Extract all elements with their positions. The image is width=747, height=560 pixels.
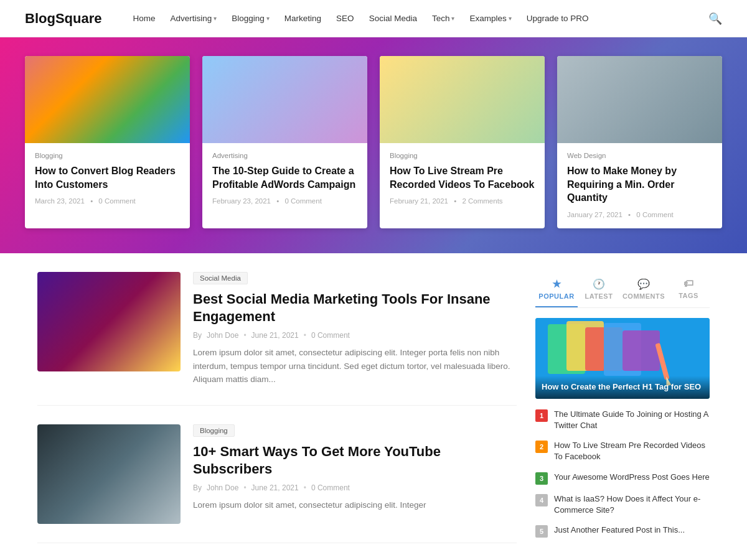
featured-card-title-1: The 10-Step Guide to Create a Profitable… — [212, 164, 357, 191]
tab-latest[interactable]: 🕐 LATEST — [578, 272, 620, 307]
sidebar-featured-image[interactable]: How to Create the Perfect H1 Tag for SEO — [535, 318, 710, 399]
nav-examples[interactable]: Examples ▾ — [463, 10, 517, 27]
featured-card-comments-0: 0 Comment — [98, 197, 135, 205]
tab-latest-label: LATEST — [585, 292, 613, 300]
popular-title-1[interactable]: The Ultimate Guide To Joining or Hosting… — [554, 409, 710, 431]
bullet-icon: • — [304, 483, 306, 492]
tag-icon: 🏷 — [684, 278, 694, 289]
article-title-0[interactable]: Best Social Media Marketing Tools For In… — [193, 291, 517, 326]
featured-card-0[interactable]: Blogging How to Convert Blog Readers Int… — [25, 56, 190, 228]
featured-card-meta-3: January 27, 2021 • 0 Comment — [567, 211, 712, 218]
article-image-0 — [37, 272, 181, 371]
nav-tech[interactable]: Tech ▾ — [426, 10, 461, 27]
featured-card-category-1: Advertising — [212, 152, 357, 159]
sidebar: ★ POPULAR 🕐 LATEST 💬 COMMENTS 🏷 TAGS — [535, 272, 710, 560]
featured-card-category-2: Blogging — [390, 152, 535, 159]
featured-card-date-0: March 23, 2021 — [35, 197, 85, 205]
featured-card-meta-1: February 23, 2021 • 0 Comment — [212, 197, 357, 205]
featured-card-date-1: February 23, 2021 — [212, 197, 271, 205]
chevron-down-icon: ▾ — [266, 15, 270, 22]
popular-item-3: 3 Your Awesome WordPress Post Goes Here — [535, 472, 710, 485]
bullet-icon: • — [628, 211, 631, 218]
nav-links: Home Advertising ▾ Blogging ▾ Marketing … — [126, 10, 708, 27]
popular-title-4[interactable]: What is IaaS? How Does it Affect Your e-… — [554, 493, 710, 516]
featured-card-date-3: January 27, 2021 — [567, 211, 622, 218]
popular-rank-2: 2 — [535, 441, 548, 453]
tab-tags[interactable]: 🏷 TAGS — [667, 272, 710, 307]
article-by-1: By — [193, 483, 202, 492]
star-icon: ★ — [552, 278, 561, 290]
sidebar-featured-title: How to Create the Perfect H1 Tag for SEO — [542, 382, 703, 393]
article-comments-1: 0 Comment — [311, 483, 350, 492]
bullet-icon: • — [243, 483, 246, 492]
article-content-1: Blogging 10+ Smart Ways To Get More YouT… — [193, 424, 517, 524]
article-tag-0[interactable]: Social Media — [193, 272, 248, 284]
article-image-wrap-1[interactable] — [37, 424, 181, 524]
featured-card-2[interactable]: Blogging How To Live Stream Pre Recorded… — [380, 56, 545, 228]
popular-item-1: 1 The Ultimate Guide To Joining or Hosti… — [535, 409, 710, 431]
bullet-icon: • — [276, 197, 279, 205]
article-author-1[interactable]: John Doe — [207, 483, 238, 492]
site-logo[interactable]: BlogSquare — [25, 11, 101, 27]
article-meta-0: By John Doe • June 21, 2021 • 0 Comment — [193, 331, 517, 340]
popular-list: 1 The Ultimate Guide To Joining or Hosti… — [535, 409, 710, 538]
article-image-1 — [37, 424, 181, 524]
main-content: Social Media Best Social Media Marketing… — [25, 253, 722, 560]
nav-upgrade[interactable]: Upgrade to PRO — [520, 10, 595, 27]
nav-advertising[interactable]: Advertising ▾ — [164, 10, 223, 27]
featured-card-3[interactable]: Web Design How to Make Money by Requirin… — [557, 56, 722, 228]
featured-card-image-2 — [380, 56, 545, 143]
nav-social-media[interactable]: Social Media — [363, 10, 423, 27]
article-author-0[interactable]: John Doe — [207, 331, 238, 340]
chevron-down-icon: ▾ — [509, 15, 512, 22]
bullet-icon: • — [454, 197, 456, 205]
featured-card-title-3: How to Make Money by Requiring a Min. Or… — [567, 164, 712, 205]
popular-rank-5: 5 — [535, 525, 548, 538]
article-title-1[interactable]: 10+ Smart Ways To Get More YouTube Subsc… — [193, 443, 517, 478]
clock-icon: 🕐 — [593, 278, 606, 290]
popular-rank-1: 1 — [535, 409, 548, 422]
featured-card-image-1 — [202, 56, 367, 143]
featured-card-1[interactable]: Advertising The 10-Step Guide to Create … — [202, 56, 367, 228]
popular-item-4: 4 What is IaaS? How Does it Affect Your … — [535, 493, 710, 516]
bullet-icon: • — [90, 197, 93, 205]
article-image-wrap-0[interactable] — [37, 272, 181, 386]
featured-card-date-2: February 21, 2021 — [390, 197, 448, 205]
popular-rank-4: 4 — [535, 494, 548, 506]
comment-icon: 💬 — [637, 278, 651, 290]
popular-title-5[interactable]: Just Another Featured Post in This... — [554, 525, 685, 536]
nav-blogging[interactable]: Blogging ▾ — [225, 10, 276, 27]
article-content-0: Social Media Best Social Media Marketing… — [193, 272, 517, 386]
navbar: BlogSquare Home Advertising ▾ Blogging ▾… — [0, 0, 747, 37]
popular-title-2[interactable]: How To Live Stream Pre Recorded Videos T… — [554, 440, 710, 462]
featured-card-meta-2: February 21, 2021 • 2 Comments — [390, 197, 535, 205]
popular-title-3[interactable]: Your Awesome WordPress Post Goes Here — [554, 472, 710, 483]
popular-rank-3: 3 — [535, 472, 548, 485]
nav-marketing[interactable]: Marketing — [278, 10, 327, 27]
tab-popular[interactable]: ★ POPULAR — [535, 272, 578, 307]
popular-item-5: 5 Just Another Featured Post in This... — [535, 525, 710, 538]
article-excerpt-0: Lorem ipsum dolor sit amet, consectetur … — [193, 346, 517, 386]
chevron-down-icon: ▾ — [214, 15, 217, 22]
hero-banner: Blogging How to Convert Blog Readers Int… — [0, 37, 747, 253]
tab-comments-label: COMMENTS — [622, 292, 665, 300]
featured-card-comments-1: 0 Comment — [284, 197, 321, 205]
featured-card-title-2: How To Live Stream Pre Recorded Videos T… — [390, 164, 535, 191]
search-icon[interactable]: 🔍 — [708, 12, 722, 26]
featured-grid: Blogging How to Convert Blog Readers Int… — [25, 56, 722, 228]
featured-card-comments-2: 2 Comments — [462, 197, 502, 205]
tab-popular-label: POPULAR — [538, 292, 574, 300]
sidebar-featured-overlay: How to Create the Perfect H1 Tag for SEO — [535, 376, 710, 399]
svg-rect-5 — [622, 330, 660, 371]
article-by-0: By — [193, 331, 202, 340]
article-tag-1[interactable]: Blogging — [193, 424, 235, 437]
article-excerpt-1: Lorem ipsum dolor sit amet, consectetur … — [193, 498, 517, 512]
article-card-0: Social Media Best Social Media Marketing… — [37, 272, 517, 406]
article-comments-0: 0 Comment — [311, 331, 350, 340]
nav-seo[interactable]: SEO — [330, 10, 360, 27]
tab-tags-label: TAGS — [679, 292, 698, 299]
article-meta-1: By John Doe • June 21, 2021 • 0 Comment — [193, 483, 517, 492]
nav-home[interactable]: Home — [126, 10, 161, 27]
featured-card-image-3 — [557, 56, 722, 143]
tab-comments[interactable]: 💬 COMMENTS — [620, 272, 667, 307]
